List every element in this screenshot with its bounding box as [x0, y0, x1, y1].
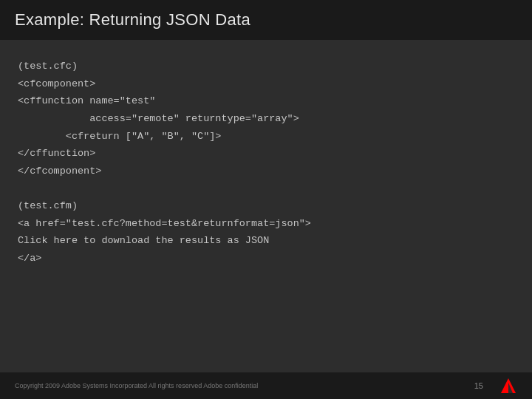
- content-area: (test.cfc) <cfcomponent> <cffunction nam…: [0, 40, 532, 372]
- footer-copyright: Copyright 2009 Adobe Systems Incorporate…: [15, 382, 258, 389]
- code-block: (test.cfc) <cfcomponent> <cffunction nam…: [18, 58, 514, 365]
- slide: Example: Returning JSON Data (test.cfc) …: [0, 0, 532, 399]
- adobe-logo-icon: [499, 377, 517, 395]
- footer-right: 15: [474, 377, 517, 395]
- page-number: 15: [474, 381, 483, 390]
- title-bar: Example: Returning JSON Data: [0, 0, 532, 40]
- slide-title: Example: Returning JSON Data: [15, 10, 517, 30]
- footer: Copyright 2009 Adobe Systems Incorporate…: [0, 372, 532, 399]
